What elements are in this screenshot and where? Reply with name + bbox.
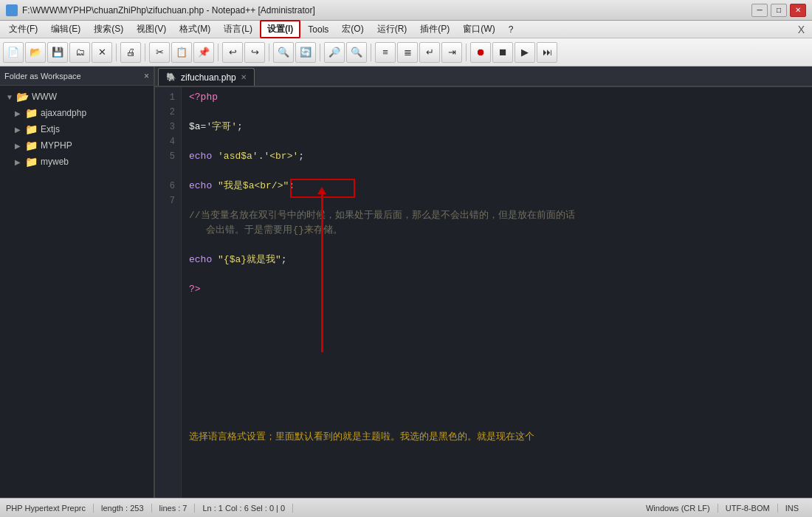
menu-bar: 文件(F) 编辑(E) 搜索(S) 视图(V) 格式(M) 语言(L) 设置(I… — [0, 21, 812, 38]
menu-search[interactable]: 搜索(S) — [88, 21, 129, 37]
expand-www[interactable]: ▼ — [6, 93, 13, 101]
tree-item-ajaxandphp[interactable]: ▶ 📁 ajaxandphp — [0, 105, 154, 121]
tree-label-myweb: myweb — [41, 157, 69, 167]
tree-label-ajaxandphp: ajaxandphp — [41, 108, 86, 118]
status-bar: PHP Hypertext Preprc length : 253 lines … — [0, 498, 812, 517]
menu-settings[interactable]: 设置(I) — [260, 20, 300, 38]
code-editor[interactable]: <?php $a='字哥'; echo 'asd$a'.'<br>'; echo… — [182, 87, 812, 498]
tree-label-myphp: MYPHP — [41, 140, 72, 151]
maximize-button[interactable]: □ — [771, 4, 787, 17]
status-lines: lines : 7 — [152, 504, 196, 513]
menu-edit[interactable]: 编辑(E) — [45, 21, 86, 37]
tb-sep-7 — [466, 44, 467, 61]
line-numbers: 1 2 3 4 5 6 7 — [155, 87, 182, 498]
menu-file[interactable]: 文件(F) — [3, 21, 44, 37]
menu-plugins[interactable]: 插件(P) — [414, 21, 455, 37]
sidebar: Folder as Workspace × ▼ 📂 WWW ▶ 📁 ajaxan… — [0, 66, 155, 498]
expand-ajaxandphp[interactable]: ▶ — [15, 109, 22, 117]
tb-print[interactable]: 🖨 — [120, 42, 141, 63]
folder-icon-myphp: 📁 — [25, 140, 38, 151]
tree-item-www[interactable]: ▼ 📂 WWW — [0, 89, 154, 105]
app-icon — [6, 4, 18, 16]
menu-run[interactable]: 运行(R) — [371, 21, 413, 37]
tb-wrap[interactable]: ↵ — [419, 42, 440, 63]
status-right: Windows (CR LF) UTF-8-BOM INS — [646, 504, 806, 513]
tab-label: zifuchuan.php — [181, 72, 236, 83]
sidebar-header: Folder as Workspace × — [0, 66, 154, 86]
tb-sep-5 — [320, 44, 320, 61]
tb-play[interactable]: ▶ — [515, 42, 535, 63]
tb-undo[interactable]: ↩ — [222, 42, 243, 63]
menu-close-x[interactable]: X — [794, 24, 809, 35]
tab-bar: 🐘 zifuchuan.php ✕ — [155, 66, 812, 87]
tb-cut[interactable]: ✂ — [149, 42, 170, 63]
tb-indent[interactable]: ⇥ — [441, 42, 462, 63]
minimize-button[interactable]: ─ — [751, 4, 768, 17]
tb-replace[interactable]: 🔄 — [295, 42, 316, 63]
tb-find[interactable]: 🔍 — [273, 42, 294, 63]
window-controls: ─ □ ✕ — [751, 4, 806, 17]
tb-sep-3 — [218, 44, 219, 61]
toolbar: 📄 📂 💾 🗂 ✕ 🖨 ✂ 📋 📌 ↩ ↪ 🔍 🔄 🔎 🔍 ≡ ≣ ↵ ⇥ ⏺ … — [0, 38, 812, 66]
menu-format[interactable]: 格式(M) — [173, 21, 216, 37]
editor-body[interactable]: 1 2 3 4 5 6 7 <?php $a='字哥'; echo 'asd$a… — [155, 87, 812, 498]
tb-copy[interactable]: 📋 — [171, 42, 192, 63]
status-position: Ln : 1 Col : 6 Sel : 0 | 0 — [195, 504, 293, 513]
tb-paste[interactable]: 📌 — [193, 42, 214, 63]
tb-stop[interactable]: ⏹ — [492, 42, 513, 63]
menu-view[interactable]: 视图(V) — [131, 21, 172, 37]
expand-myphp[interactable]: ▶ — [15, 142, 22, 150]
folder-icon-myweb: 📁 — [25, 156, 38, 168]
tb-run-all[interactable]: ⏭ — [537, 42, 557, 63]
sidebar-title: Folder as Workspace — [4, 72, 81, 81]
tb-sync-v[interactable]: ≡ — [375, 42, 396, 63]
tab-zifuchuan[interactable]: 🐘 zifuchuan.php ✕ — [158, 68, 255, 86]
annotation-note: 选择语言格式设置；里面默认看到的就是主题啦。我选的是黑色的。就是现在这个 — [189, 431, 534, 442]
tb-open[interactable]: 📂 — [25, 42, 46, 63]
tab-php-icon: 🐘 — [166, 72, 176, 82]
tb-sep-4 — [269, 44, 269, 61]
folder-icon-www: 📂 — [16, 91, 29, 103]
expand-extjs[interactable]: ▶ — [15, 126, 22, 134]
tb-sep-2 — [145, 44, 145, 61]
status-lineending: Windows (CR LF) — [646, 504, 718, 513]
folder-icon-ajaxandphp: 📁 — [25, 107, 38, 119]
title-bar: F:\WWW\MYPHP\chuanZhiPhp\zifuchuan.php -… — [0, 0, 812, 21]
tb-new[interactable]: 📄 — [3, 42, 24, 63]
tb-zoom-out[interactable]: 🔍 — [346, 42, 367, 63]
status-length: length : 253 — [94, 504, 152, 513]
tb-zoom-in[interactable]: 🔎 — [324, 42, 345, 63]
tb-redo[interactable]: ↪ — [244, 42, 265, 63]
expand-myweb[interactable]: ▶ — [15, 158, 22, 166]
tb-record[interactable]: ⏺ — [470, 42, 491, 63]
title-bar-left: F:\WWW\MYPHP\chuanZhiPhp\zifuchuan.php -… — [6, 4, 315, 16]
tb-close[interactable]: ✕ — [92, 42, 112, 63]
menu-tools[interactable]: Tools — [302, 23, 334, 36]
tree-label-extjs: Extjs — [41, 124, 60, 134]
tb-sep-1 — [116, 44, 117, 61]
tree-label-www: WWW — [32, 92, 57, 102]
editor-container: 🐘 zifuchuan.php ✕ 1 2 3 4 5 6 7 <?php $a… — [155, 66, 812, 498]
tree-item-extjs[interactable]: ▶ 📁 Extjs — [0, 121, 154, 137]
tree-item-myphp[interactable]: ▶ 📁 MYPHP — [0, 137, 154, 154]
sidebar-close[interactable]: × — [144, 71, 149, 81]
close-button[interactable]: ✕ — [790, 4, 806, 17]
menu-language[interactable]: 语言(L) — [218, 21, 258, 37]
main-area: Folder as Workspace × ▼ 📂 WWW ▶ 📁 ajaxan… — [0, 66, 812, 498]
tb-save-all[interactable]: 🗂 — [69, 42, 90, 63]
tb-sep-6 — [371, 44, 371, 61]
file-tree: ▼ 📂 WWW ▶ 📁 ajaxandphp ▶ 📁 Extjs ▶ 📁 MYP… — [0, 86, 154, 498]
tree-item-myweb[interactable]: ▶ 📁 myweb — [0, 154, 154, 170]
status-encoding: UTF-8-BOM — [718, 504, 778, 513]
tb-sync-h[interactable]: ≣ — [397, 42, 418, 63]
menu-help[interactable]: ? — [503, 23, 520, 36]
folder-icon-extjs: 📁 — [25, 123, 38, 135]
status-ins: INS — [778, 504, 806, 513]
menu-macro[interactable]: 宏(O) — [336, 21, 369, 37]
status-filetype: PHP Hypertext Preprc — [6, 504, 94, 513]
menu-window[interactable]: 窗口(W) — [457, 21, 500, 37]
tb-save[interactable]: 💾 — [47, 42, 68, 63]
tab-close-btn[interactable]: ✕ — [241, 73, 247, 81]
title-text: F:\WWW\MYPHP\chuanZhiPhp\zifuchuan.php -… — [22, 5, 315, 16]
